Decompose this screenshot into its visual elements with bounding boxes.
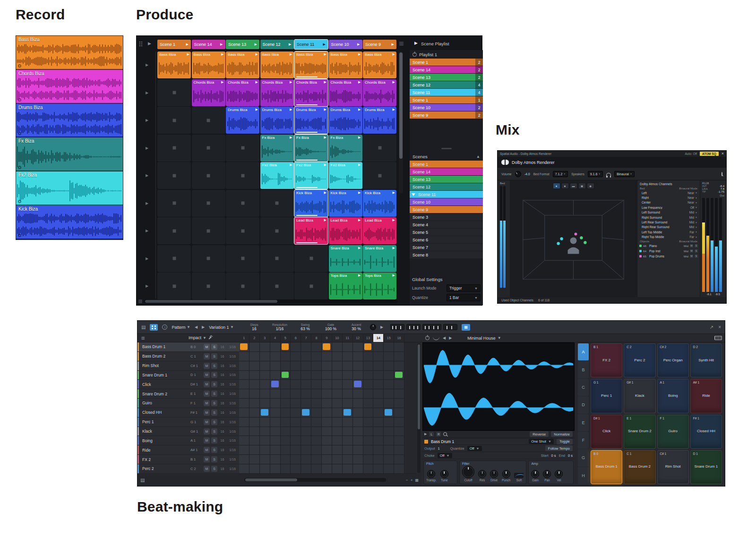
clip-play-icon[interactable]: ▶ (358, 191, 361, 195)
clip-play-icon[interactable]: ▶ (290, 136, 292, 139)
step-cell[interactable] (281, 408, 291, 418)
row-expand-chevron[interactable]: ▶ (137, 135, 157, 162)
step-cell[interactable] (373, 380, 384, 389)
mute-button[interactable]: M (204, 456, 210, 462)
play-sample-icon[interactable]: ▶ (424, 432, 427, 436)
step-cell[interactable] (249, 352, 260, 361)
clip[interactable]: Tops Biza ▶ (363, 273, 396, 299)
clip-slot[interactable]: Chords Biza ▶ (260, 79, 294, 106)
scene-list-row[interactable]: Scene 1 (410, 161, 483, 168)
clip-slot[interactable]: Bass Biza ▶ (226, 51, 259, 78)
drum-track-row[interactable]: FX 2 B 1 M S 16 1/16 (137, 455, 421, 464)
step-cell[interactable] (394, 445, 404, 455)
step-cell[interactable] (249, 427, 260, 436)
step-cell[interactable] (384, 455, 394, 464)
track-step-count[interactable]: 16 (219, 345, 226, 349)
scene-playlist-button[interactable]: Scene Playlist (421, 41, 449, 46)
playlist-repeat-count[interactable]: 1 (475, 96, 483, 103)
clip-slot[interactable]: Tops Biza ▶ (363, 273, 396, 299)
step-cell[interactable] (384, 445, 394, 455)
step-cell[interactable] (394, 380, 404, 389)
step-cell[interactable] (291, 427, 301, 436)
scene-list-row[interactable]: Scene 8 (410, 251, 483, 258)
step-number[interactable]: 14 (373, 334, 384, 342)
pad-view-icon[interactable] (150, 324, 158, 331)
step-cell[interactable] (301, 352, 311, 361)
prev-preset-icon[interactable]: ◀ (443, 336, 446, 340)
step-cell[interactable] (270, 352, 281, 361)
knob[interactable] (502, 470, 510, 478)
knob[interactable] (440, 470, 448, 478)
step-cell[interactable] (291, 436, 301, 445)
track-info[interactable]: Bass Drum 2 C 1 M S 16 1/16 (137, 352, 239, 361)
step-cell[interactable] (249, 445, 260, 455)
mute-button[interactable]: M (204, 447, 210, 453)
clip[interactable]: Drums Biza ▶ (363, 107, 396, 134)
playlist-play-icon[interactable]: ▶ (414, 41, 418, 45)
step-number[interactable]: 8 (311, 334, 322, 342)
step-cell[interactable] (332, 342, 343, 352)
clip-slot[interactable]: ▶ (260, 217, 294, 244)
stop-button[interactable] (207, 284, 210, 288)
pad-bank-button[interactable]: E (578, 414, 589, 431)
stop-button[interactable] (172, 229, 176, 232)
step-cell[interactable] (311, 464, 322, 474)
tools-icon[interactable]: ▤ (140, 478, 145, 483)
step-cell[interactable] (291, 371, 301, 380)
step-number[interactable]: 5 (281, 334, 291, 342)
clip-slot[interactable]: ▶ (260, 190, 294, 217)
solo-button[interactable]: S (211, 447, 217, 453)
step-cell[interactable] (260, 408, 270, 418)
pad-bank-button[interactable]: D (578, 396, 589, 413)
solo-button[interactable]: S (211, 363, 217, 369)
clip-slot[interactable]: Fx Biza ▶ (260, 135, 294, 162)
step-number[interactable]: 1 (239, 334, 249, 342)
step-cell[interactable] (291, 464, 301, 474)
step-cell[interactable] (394, 464, 404, 474)
clip-play-icon[interactable]: ▶ (256, 52, 258, 56)
expand-params-icon[interactable]: ▶ (380, 325, 383, 329)
step-cell[interactable] (260, 380, 270, 389)
step-cell[interactable] (270, 380, 281, 389)
left-channel-button[interactable]: L (429, 432, 434, 436)
step-cell[interactable] (260, 436, 270, 445)
clip-slot[interactable]: ▶ (260, 245, 294, 272)
step-cell[interactable] (249, 408, 260, 418)
playlist-repeat-count[interactable]: 2 (475, 111, 483, 119)
stop-button[interactable] (207, 229, 210, 232)
step-cell[interactable] (332, 371, 343, 380)
step-cell[interactable] (384, 418, 394, 427)
atmos-room-view[interactable]: ● ■ ▬ ▣ ◆ (510, 180, 637, 297)
step-cell[interactable] (270, 399, 281, 408)
clip[interactable]: Bass Biza ▶ (329, 51, 362, 78)
step-cell[interactable] (384, 380, 394, 389)
step-number[interactable]: 10 (332, 334, 343, 342)
clip-play-icon[interactable]: ▶ (290, 163, 292, 167)
playlist-scene-row[interactable]: Scene 11 4 (410, 89, 483, 96)
pad-bank-button[interactable]: A (578, 343, 589, 360)
pattern-preview-button[interactable] (422, 324, 441, 330)
collapse-chevron-icon[interactable]: ▲ (476, 154, 480, 159)
audio-track[interactable]: Drums Biza (16, 104, 123, 138)
track-resolution[interactable]: 1/16 (227, 411, 238, 414)
step-cell[interactable] (322, 399, 332, 408)
mute-button[interactable]: M (204, 410, 210, 416)
step-cell[interactable] (363, 408, 374, 418)
clip[interactable]: Bass Biza ▶ (157, 51, 191, 78)
stop-button[interactable] (275, 284, 279, 288)
detach-window-icon[interactable]: ↗ (710, 325, 713, 330)
mute-button[interactable]: M (204, 344, 210, 350)
stop-button[interactable] (241, 257, 244, 260)
clip-slot[interactable]: ▶ (192, 190, 225, 217)
clip-play-icon[interactable]: ▶ (256, 108, 258, 111)
drum-pad[interactable]: G# 1 Klack (624, 379, 655, 413)
step-cell[interactable] (394, 427, 404, 436)
pattern-parameter[interactable]: Swing 63 % (296, 323, 315, 332)
clip-slot[interactable]: Bass Biza ▶ (260, 51, 294, 78)
wrench-icon[interactable] (208, 335, 213, 340)
step-cell[interactable] (353, 455, 363, 464)
prev-variation-icon[interactable]: ◀ (195, 325, 198, 329)
step-cell[interactable] (353, 352, 363, 361)
clip[interactable]: Fx2 Biza ▶ (260, 162, 294, 189)
choke-select[interactable]: Off▼ (438, 453, 452, 458)
